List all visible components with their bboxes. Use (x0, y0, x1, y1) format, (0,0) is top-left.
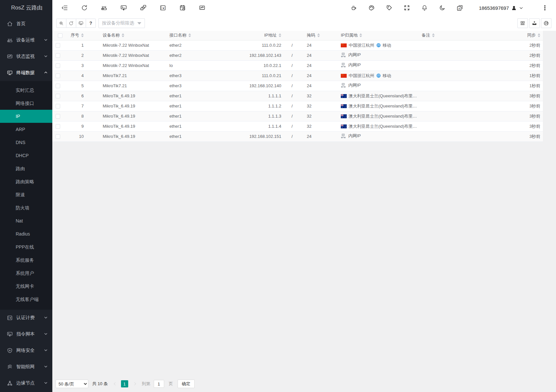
sidebar-subitem-ARP[interactable]: ARP (0, 123, 52, 136)
row-index: 1 (65, 40, 86, 50)
coffee-icon[interactable] (351, 5, 357, 11)
goto-page-input[interactable] (154, 380, 164, 388)
table-row[interactable]: 3 Mikrotik-7.22 WinboxNat lo 10.0.22.1 /… (52, 60, 543, 71)
collapse-menu-icon[interactable] (61, 5, 68, 11)
sidebar-item-terminal-data[interactable]: 终端数据 (0, 65, 52, 81)
columns-button[interactable] (517, 18, 528, 28)
sidebar-item-status-monitor[interactable]: 状态监视 (0, 48, 52, 65)
device-group-filter-select[interactable]: 按设备分组筛选 (98, 18, 145, 28)
table-row[interactable]: 6 MikroTik_6.49.19 ether1 1.1.1.1 / 32 澳… (52, 91, 543, 101)
table-row[interactable]: 1 Mikrotik-7.22 WinboxNat ether2 111.0.0… (52, 40, 543, 50)
page-size-select[interactable]: 50 条/页 (56, 380, 88, 388)
export-button[interactable] (529, 18, 540, 28)
row-checkbox[interactable] (56, 134, 60, 139)
sidebar-subitem-路由[interactable]: 路由 (0, 162, 52, 175)
sidebar-subitem-限速[interactable]: 限速 (0, 188, 52, 201)
notification-bell-icon[interactable] (421, 5, 428, 11)
confirm-button[interactable]: 确定 (178, 380, 195, 388)
table-row[interactable]: 7 MikroTik_6.49.19 ether1 1.1.1.2 / 32 澳… (52, 101, 543, 111)
sidebar-item-smart-networking[interactable]: 智能组网 (0, 359, 52, 375)
sort-icon[interactable] (81, 33, 84, 37)
isp-badge: 移动 (376, 73, 391, 79)
sidebar-subitem-Radius[interactable]: Radius (0, 227, 52, 240)
fullscreen-icon[interactable] (404, 5, 410, 11)
sidebar-subitem-PPP在线[interactable]: PPP在线 (0, 240, 52, 253)
sort-icon[interactable] (432, 33, 435, 37)
sidebar-subitem-路由策略[interactable]: 路由策略 (0, 175, 52, 188)
sidebar-subitem-实时汇总[interactable]: 实时汇总 (0, 84, 52, 97)
row-checkbox[interactable] (56, 114, 60, 119)
row-index: 9 (65, 121, 86, 131)
refresh-button[interactable] (66, 19, 76, 28)
prev-page-icon[interactable] (113, 382, 117, 386)
row-checkbox[interactable] (56, 63, 60, 68)
row-checkbox[interactable] (56, 74, 60, 78)
sidebar-subitem-系统服务[interactable]: 系统服务 (0, 253, 52, 267)
row-checkbox[interactable] (56, 53, 60, 58)
svg-text:¥: ¥ (9, 317, 11, 319)
display-icon (7, 70, 13, 76)
script-terminal-icon[interactable] (120, 5, 127, 11)
ip-address: 192.168.102.151 (240, 131, 284, 141)
sidebar-item-device-ops[interactable]: 设备运维 (0, 32, 52, 48)
row-checkbox[interactable] (56, 43, 60, 48)
sync-time: 2秒前 (513, 40, 543, 50)
sort-icon[interactable] (317, 33, 320, 37)
filter-placeholder: 按设备分组筛选 (102, 20, 137, 26)
search-button[interactable] (56, 19, 66, 28)
row-checkbox[interactable] (56, 84, 60, 88)
row-checkbox[interactable] (56, 124, 60, 129)
schedule-icon[interactable] (179, 5, 186, 11)
theme-palette-icon[interactable] (368, 5, 375, 11)
sidebar-subitem-防火墙[interactable]: 防火墙 (0, 201, 52, 214)
tag-icon[interactable] (386, 5, 392, 11)
dropdown-caret-icon (137, 22, 141, 24)
sort-icon[interactable] (279, 33, 281, 37)
sidebar-subitem-无线客户端[interactable]: 无线客户端 (0, 293, 52, 306)
table-row[interactable]: 9 MikroTik_6.49.19 ether1 1.1.1.4 / 32 澳… (52, 121, 543, 131)
sidebar-item-network-security[interactable]: 网络安全 (0, 342, 52, 359)
sidebar-item-edge-node[interactable]: 边缘节点 (0, 375, 52, 391)
user-menu[interactable]: 18653697697 (479, 5, 523, 11)
table-row[interactable]: 4 MikroTik7.21 ether3 111.0.0.21 / 24 中国… (52, 71, 543, 81)
sort-icon[interactable] (122, 33, 124, 37)
sidebar-subitem-无线网卡[interactable]: 无线网卡 (0, 280, 52, 293)
sidebar-item-label: 设备运维 (16, 37, 35, 43)
sidebar-item-home[interactable]: 首页 (0, 16, 52, 32)
sidebar-subitem-Nat[interactable]: Nat (0, 214, 52, 227)
dark-mode-moon-icon[interactable] (439, 5, 445, 11)
sidebar-subitem-系统用户[interactable]: 系统用户 (0, 267, 52, 280)
select-all-checkbox[interactable] (58, 33, 62, 38)
table-row[interactable]: 10 MikroTik_6.49.19 ether1 192.168.102.1… (52, 131, 543, 141)
terminal-button[interactable] (76, 19, 86, 28)
billing-icon[interactable]: ¥ (160, 5, 166, 11)
sidebar-subitem-DNS[interactable]: DNS (0, 136, 52, 149)
print-button[interactable] (541, 18, 551, 28)
topology-icon[interactable] (140, 5, 147, 11)
more-menu-icon[interactable] (542, 5, 548, 11)
router-icon (7, 37, 13, 43)
next-page-icon[interactable] (133, 382, 137, 386)
table-row[interactable]: 2 Mikrotik-7.22 WinboxNat ether2 192.168… (52, 50, 543, 60)
sidebar-item-auth-billing[interactable]: ¥ 认证计费 (0, 310, 52, 326)
location-cell: 内网IP (341, 82, 361, 88)
sort-icon[interactable] (359, 33, 362, 37)
user-icon (511, 5, 517, 11)
row-checkbox[interactable] (56, 104, 60, 108)
sidebar-subitem-IP[interactable]: IP (0, 110, 52, 123)
help-button[interactable]: ? (86, 19, 96, 28)
sidebar-item-command-script[interactable]: 指令脚本 (0, 326, 52, 342)
row-checkbox[interactable] (56, 94, 60, 98)
table-row[interactable]: 8 MikroTik_6.49.19 ether1 1.1.1.3 / 32 澳… (52, 111, 543, 121)
location-cell: 澳大利亚昆士兰(Queensland)布里… (341, 123, 417, 129)
sort-icon[interactable] (188, 33, 191, 37)
router-icon[interactable] (101, 5, 107, 11)
sidebar-subitem-网络接口[interactable]: 网络接口 (0, 97, 52, 110)
table-row[interactable]: 5 MikroTik7.21 ether3 192.168.102.140 / … (52, 81, 543, 91)
sidebar-subitem-DHCP[interactable]: DHCP (0, 149, 52, 162)
monitor-chart-icon[interactable] (199, 5, 205, 11)
sort-icon[interactable] (538, 33, 540, 37)
refresh-icon[interactable] (81, 5, 88, 11)
language-icon[interactable]: A (457, 5, 463, 11)
current-page[interactable]: 1 (121, 380, 128, 387)
